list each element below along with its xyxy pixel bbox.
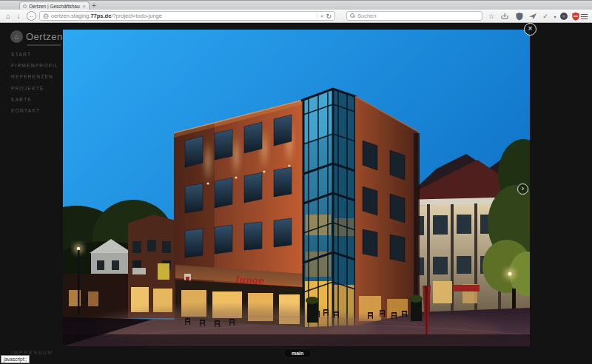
globe-icon	[43, 13, 49, 19]
lightbox-next-button[interactable]: ›	[517, 183, 528, 195]
search-input[interactable]	[357, 13, 479, 19]
lightbox-photo[interactable]: Junge	[63, 30, 530, 346]
browser-window: Oertzen | Geschäftshaus × + ⌂ ↓ ← oertze…	[0, 0, 592, 364]
lightbox-caption: main	[283, 348, 312, 358]
site-logo[interactable]: ⌂ Oertzen	[10, 30, 63, 43]
check-extension-icon[interactable]: ✓	[541, 12, 550, 21]
library-tray-icon[interactable]	[500, 12, 509, 21]
adblock-icon[interactable]	[571, 12, 580, 21]
search-icon	[350, 13, 355, 18]
lightbox-close-button[interactable]: ×	[524, 23, 536, 36]
logo-tagline	[27, 44, 61, 46]
logo-house-icon: ⌂	[10, 30, 23, 43]
tab-favicon-icon	[23, 4, 27, 8]
tab-close-icon[interactable]: ×	[82, 4, 86, 10]
logo-text: Oertzen	[26, 31, 63, 42]
paper-plane-icon[interactable]	[528, 12, 537, 21]
downloads-icon[interactable]: ↓	[14, 12, 23, 20]
tab-title: Oertzen | Geschäftshaus	[29, 4, 80, 9]
back-button[interactable]: ←	[27, 11, 36, 21]
photo-illustration: Junge	[63, 30, 530, 346]
sidebar-item-karte[interactable]: KARTE	[11, 97, 32, 102]
overflow-caret-icon[interactable]: ▾	[551, 12, 559, 21]
new-tab-button[interactable]: +	[92, 1, 96, 10]
bookmark-star-icon[interactable]: ☆	[487, 12, 496, 21]
browser-toolbar: ⌂ ↓ ← oertzen.staging.77ps.de/?project=t…	[0, 10, 592, 23]
sidebar-item-kontakt[interactable]: KONTAKT	[11, 108, 40, 113]
sidebar-item-start[interactable]: START	[11, 52, 31, 57]
url-text: oertzen.staging.77ps.de/?project=todo-ju…	[51, 13, 162, 19]
sidebar-item-projekte[interactable]: PROJEKTE	[11, 86, 44, 91]
shield-extension-icon[interactable]	[515, 12, 524, 21]
sidebar-item-firmenprofil[interactable]: FIRMENPROFIL	[11, 63, 58, 68]
url-dropdown-icon[interactable]: ▾	[317, 13, 323, 18]
home-icon[interactable]: ⌂	[4, 12, 13, 20]
menu-icon[interactable]	[581, 14, 588, 21]
reload-icon[interactable]: ↻	[326, 13, 332, 20]
url-bar[interactable]: oertzen.staging.77ps.de/?project=todo-ju…	[39, 11, 335, 21]
tab-bar: Oertzen | Geschäftshaus × +	[0, 0, 592, 10]
status-bar-tooltip: javascript:;	[1, 355, 30, 363]
search-bar[interactable]	[346, 11, 482, 21]
sidebar-item-referenzen[interactable]: REFERENZEN	[11, 74, 53, 79]
round-extension-icon[interactable]	[559, 12, 568, 21]
impressum-link[interactable]: IMPRESSUM	[11, 350, 53, 355]
